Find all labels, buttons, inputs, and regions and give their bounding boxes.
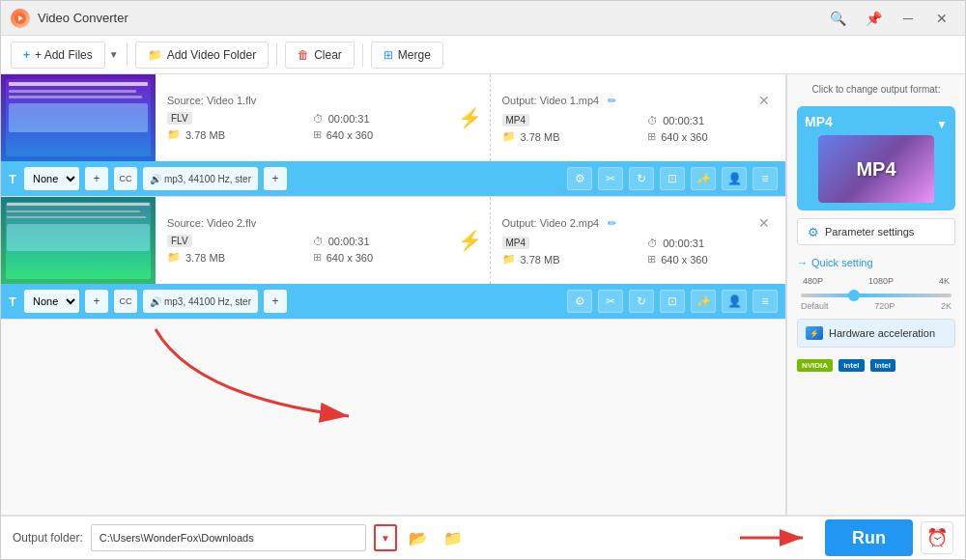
- quality-labels-top: 480P 1080P 4K: [801, 276, 952, 286]
- output-header-1: Output: Video 1.mp4 ✏ ✕: [502, 93, 775, 108]
- dropdown-arrow-icon: ▼: [381, 533, 390, 544]
- output-size-1: 📁 3.78 MB: [502, 130, 629, 143]
- source-format-2: FLV: [167, 235, 294, 247]
- right-panel: Click to change output format: MP4 ▼ MP4…: [786, 74, 965, 515]
- output-duration-2: ⏱ 00:00:31: [647, 237, 774, 249]
- settings-icon-1[interactable]: ⚙: [567, 167, 592, 190]
- add-subtitle-2[interactable]: +: [85, 290, 108, 313]
- output-info-2: Output: Video 2.mp4 ✏ ✕ MP4 ⏱ 00:00:31: [490, 197, 786, 284]
- output-path-input[interactable]: [91, 524, 366, 551]
- source-resolution-2: ⊞ 640 x 360: [313, 251, 440, 264]
- subtitle-select-2[interactable]: None: [24, 290, 79, 313]
- rotate-icon-2[interactable]: ↻: [629, 290, 654, 313]
- subtitle-icon-2[interactable]: ≡: [753, 290, 778, 313]
- add-audio-2[interactable]: +: [264, 290, 287, 313]
- clear-button[interactable]: 🗑 Clear: [285, 42, 355, 69]
- format-preview: MP4: [818, 135, 934, 203]
- effects-icon-1[interactable]: ✨: [691, 167, 716, 190]
- crop-icon-2[interactable]: ⊡: [660, 290, 685, 313]
- quality-thumb[interactable]: [848, 290, 860, 301]
- path-dropdown-button[interactable]: ▼: [374, 524, 397, 551]
- format-hint: Click to change output format:: [797, 84, 955, 95]
- cut-icon-2[interactable]: ✂: [598, 290, 623, 313]
- hw-accel-icon: ⚡: [806, 326, 823, 340]
- alarm-icon: ⏰: [926, 527, 948, 548]
- add-subtitle-1[interactable]: +: [85, 167, 108, 190]
- param-icon: ⚙: [808, 225, 819, 239]
- browse-folder-button[interactable]: 📂: [405, 524, 432, 551]
- watermark-icon-2[interactable]: 👤: [722, 290, 747, 313]
- intel-logo-1: intel: [838, 359, 864, 372]
- format-label: MP4: [805, 114, 833, 129]
- source-size-1: 📁 3.78 MB: [167, 128, 294, 141]
- quality-track: [801, 294, 952, 297]
- output-format-1: MP4: [502, 114, 629, 126]
- divider-2: [276, 43, 277, 67]
- edit-output-2[interactable]: ✏: [608, 217, 616, 230]
- minimize-button[interactable]: ─: [895, 9, 921, 28]
- open-folder-button[interactable]: 📁: [440, 524, 467, 551]
- close-button[interactable]: ✕: [928, 9, 955, 28]
- video-row-2: Source: Video 2.flv FLV ⏱ 00:00:31 📁: [1, 197, 785, 284]
- convert-arrow-2: ⚡: [451, 197, 490, 284]
- add-folder-button[interactable]: 📁 Add Video Folder: [135, 42, 270, 69]
- source-header-2: Source: Video 2.flv: [167, 217, 440, 229]
- titlebar-controls: 🔍 📌 ─ ✕: [824, 9, 955, 28]
- video-thumb-1: [1, 74, 156, 161]
- cut-icon-1[interactable]: ✂: [598, 167, 623, 190]
- output-duration-1: ⏱ 00:00:31: [647, 114, 774, 126]
- bottom-bar: Output folder: ▼ 📂 📁 Run ⏰: [1, 515, 965, 559]
- subtitle-T-icon-2: T: [9, 294, 16, 309]
- add-files-dropdown[interactable]: ▼: [109, 49, 119, 60]
- close-video-2[interactable]: ✕: [754, 215, 774, 231]
- control-bar-1: T None + CC 🔊 mp3, 44100 Hz, ster + ⚙ ✂ …: [1, 161, 785, 196]
- video-item-1: Source: Video 1.flv FLV ⏱ 00:00:31 📁: [1, 74, 785, 197]
- edit-output-1[interactable]: ✏: [608, 95, 616, 107]
- add-audio-1[interactable]: +: [264, 167, 287, 190]
- output-info-1: Output: Video 1.mp4 ✏ ✕ MP4 ⏱ 00:00:31: [490, 74, 786, 161]
- quality-labels-bottom: Default 720P 2K: [801, 301, 952, 311]
- quick-setting-label: → Quick setting: [797, 257, 955, 268]
- watermark-icon-1[interactable]: 👤: [722, 167, 747, 190]
- merge-icon: ⊞: [384, 48, 393, 62]
- run-arrow-annotation: [740, 523, 817, 552]
- video-row-1: Source: Video 1.flv FLV ⏱ 00:00:31 📁: [1, 74, 785, 161]
- search-icon[interactable]: 🔍: [824, 11, 852, 26]
- gpu-logos: NVIDIA intel Intel: [797, 355, 955, 376]
- convert-arrow-1: ⚡: [451, 74, 490, 161]
- divider-1: [127, 43, 128, 67]
- output-resolution-1: ⊞ 640 x 360: [647, 130, 774, 143]
- cc-btn-1[interactable]: CC: [114, 167, 137, 190]
- source-duration-1: ⏱ 00:00:31: [313, 112, 440, 125]
- output-resolution-2: ⊞ 640 x 360: [647, 253, 774, 266]
- file-list: Source: Video 1.flv FLV ⏱ 00:00:31 📁: [1, 74, 786, 515]
- alarm-button[interactable]: ⏰: [921, 521, 953, 554]
- output-folder-label: Output folder:: [13, 531, 83, 545]
- window-title: Video Converter: [38, 11, 824, 25]
- audio-info-2: 🔊 mp3, 44100 Hz, ster: [143, 290, 258, 313]
- output-size-2: 📁 3.78 MB: [502, 253, 629, 266]
- output-meta-2: MP4 ⏱ 00:00:31 📁 3.78 MB ⊞: [502, 237, 775, 266]
- effects-icon-2[interactable]: ✨: [691, 290, 716, 313]
- hw-accel-button[interactable]: ⚡ Hardware acceleration: [797, 319, 955, 348]
- subtitle-select-1[interactable]: None: [24, 167, 79, 190]
- run-button[interactable]: Run: [825, 519, 913, 556]
- settings-icon-2[interactable]: ⚙: [567, 290, 592, 313]
- app-icon: [11, 9, 30, 28]
- control-bar-2: T None + CC 🔊 mp3, 44100 Hz, ster + ⚙ ✂ …: [1, 284, 785, 319]
- merge-button[interactable]: ⊞ Merge: [371, 42, 443, 69]
- rotate-icon-1[interactable]: ↻: [629, 167, 654, 190]
- param-settings-button[interactable]: ⚙ Parameter settings: [797, 218, 955, 245]
- subtitle-icon-1[interactable]: ≡: [753, 167, 778, 190]
- video-meta-1: FLV ⏱ 00:00:31 📁 3.78 MB ⊞: [167, 112, 440, 141]
- close-video-1[interactable]: ✕: [754, 93, 774, 108]
- output-meta-1: MP4 ⏱ 00:00:31 📁 3.78 MB ⊞: [502, 114, 775, 143]
- crop-icon-1[interactable]: ⊡: [660, 167, 685, 190]
- format-selector[interactable]: MP4 ▼ MP4: [797, 106, 955, 210]
- video-item-2: Source: Video 2.flv FLV ⏱ 00:00:31 📁: [1, 197, 785, 320]
- subtitle-T-icon-1: T: [9, 172, 16, 186]
- add-files-button[interactable]: + + Add Files: [11, 42, 105, 69]
- divider-3: [362, 43, 363, 67]
- cc-btn-2[interactable]: CC: [114, 290, 137, 313]
- pin-icon[interactable]: 📌: [860, 11, 888, 26]
